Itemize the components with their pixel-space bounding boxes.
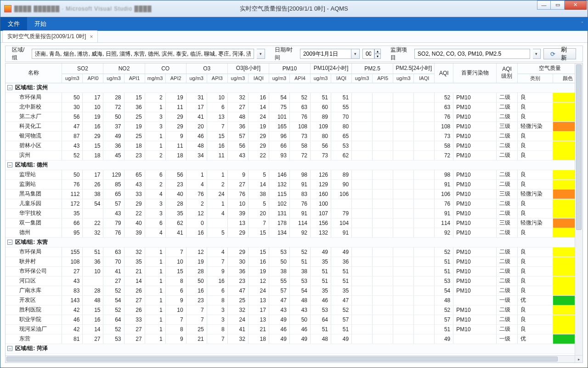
sub-api2[interactable]: API2	[165, 74, 186, 83]
date-input[interactable]	[300, 49, 351, 59]
scroll-thumb[interactable]	[576, 64, 582, 230]
scroll-right-button[interactable]: ▸	[575, 356, 582, 362]
col-pm2524[interactable]: PM2.5[24小时]	[393, 63, 435, 74]
region-dropdown-button[interactable]: ▾	[257, 49, 265, 59]
ribbon-collapse-icon[interactable]: ˇ	[582, 22, 583, 27]
col-co[interactable]: CO	[145, 63, 186, 74]
table-row[interactable]: 碧林小区43153618111481656296658565358PM10二级良	[6, 141, 582, 150]
col-o38[interactable]: O3[8小时]	[227, 63, 269, 74]
grid-scroll-area[interactable]: 名称 SO2 NO2 CO O3 O3[8小时] PM10 PM10[24小时]…	[6, 63, 582, 355]
sub-ugm3[interactable]: ug/m3	[103, 74, 124, 83]
group-row[interactable]: –区域/组: 德州	[6, 160, 582, 170]
expand-icon[interactable]: –	[7, 85, 12, 90]
sub-api1[interactable]: API1	[124, 74, 145, 83]
cell-value: 17	[186, 102, 207, 112]
col-o3[interactable]: O3	[186, 63, 227, 74]
group-row[interactable]: –区域/组: 菏泽	[6, 344, 582, 353]
group-row[interactable]: –区域/组: 滨州	[6, 83, 582, 92]
sub-api3[interactable]: API3	[207, 74, 227, 83]
sub-api5[interactable]: API5	[373, 74, 393, 83]
sub-ugm3[interactable]: ug/m3	[352, 74, 373, 83]
vertical-scrollbar[interactable]	[575, 63, 582, 355]
table-row[interactable]: 银河物流8729492519461557299673806573PM10二级良	[6, 131, 582, 141]
maximize-button[interactable]: ▭	[551, 0, 565, 10]
table-row[interactable]: 广南水库832852261616647245754353554PM10二级良	[6, 286, 582, 295]
start-tab[interactable]: 开始	[27, 17, 54, 31]
sub-api0[interactable]: API0	[83, 74, 103, 83]
document-tab[interactable]: 实时空气质量报告[2009/1/1 0时] ×	[2, 30, 98, 42]
table-row[interactable]: 胜利医院421552261107332174343535252PM10二级良	[6, 305, 582, 315]
sub-ugm3[interactable]: ug/m3	[269, 74, 289, 83]
sub-ugm3[interactable]: ug/m3	[311, 74, 331, 83]
col-pm1024[interactable]: PM10[24小时]	[311, 63, 352, 74]
expand-icon[interactable]: –	[7, 162, 12, 167]
group-row[interactable]: –区域/组: 东营	[6, 237, 582, 247]
table-row[interactable]: 市环保局50172815219311032165452515152PM10二级良	[6, 92, 582, 102]
cell-value: 1	[145, 102, 165, 112]
tab-close-icon[interactable]: ×	[90, 34, 93, 40]
sub-iaqi[interactable]: IAQI	[331, 74, 352, 83]
table-row[interactable]: 第二水厂561950253294113482410176897076PM10二级…	[6, 112, 582, 121]
table-row[interactable]: 耿井村10836703511019730165051353651PM10二级良	[6, 257, 582, 266]
cell-value: 57	[331, 315, 352, 324]
col-name[interactable]: 名称	[6, 63, 62, 83]
table-row[interactable]: 儿童乐园172545729328211051027610076PM10二级良	[6, 199, 582, 208]
table-row[interactable]: 河口区43271418501623125553515153PM10二级良	[6, 276, 582, 286]
close-button[interactable]: ✕	[565, 0, 587, 10]
cell-value: 172	[62, 199, 83, 208]
sub-mgm3[interactable]: mg/m3	[145, 74, 165, 83]
table-row[interactable]: 科灵化工47163719329207361916510810980108PM10…	[6, 121, 582, 131]
col-pm10[interactable]: PM10	[269, 63, 310, 74]
table-row[interactable]: 东营812753271921732184949484949一级优	[6, 334, 582, 344]
expand-icon[interactable]: –	[7, 240, 12, 245]
file-menu[interactable]: 文件	[0, 17, 27, 31]
sub-iaqi[interactable]: IAQI	[248, 74, 269, 83]
hour-input[interactable]	[362, 49, 374, 59]
table-row[interactable]: 市环保局1555163321712429155352494952PM10二级良	[6, 247, 582, 257]
sub-ugm3[interactable]: ug/m3	[62, 74, 83, 83]
date-dropdown-button[interactable]: ▾	[351, 49, 360, 59]
sub-ugm3[interactable]: ug/m3	[227, 74, 248, 83]
table-row[interactable]: 市环保公司2710412111528936193838515151PM10二级良	[6, 266, 582, 276]
horizontal-scrollbar[interactable]: ▸	[6, 355, 582, 362]
table-row[interactable]: 黑马集团1123865334407624763811583160106106PM…	[6, 189, 582, 199]
items-dropdown-button[interactable]: ▾	[533, 49, 541, 59]
hour-down-button[interactable]: ▼	[374, 54, 381, 59]
col-so2[interactable]: SO2	[62, 63, 103, 74]
sub-iaqi[interactable]: IAQI	[414, 74, 435, 83]
col-quality[interactable]: 空气质量	[517, 63, 582, 74]
table-row[interactable]: 北中新校3010723611117627147563605563PM10二级良	[6, 102, 582, 112]
col-no2[interactable]: NO2	[103, 63, 145, 74]
minimize-button[interactable]: —	[537, 0, 551, 10]
region-input[interactable]	[32, 49, 254, 59]
hour-up-button[interactable]: ▲	[374, 49, 381, 54]
table-row[interactable]: 监理站5017129656561195146981268998PM10二级良	[6, 170, 582, 179]
expand-icon[interactable]: –	[7, 346, 12, 351]
sub-ugm3[interactable]: ug/m3	[393, 74, 414, 83]
col-level[interactable]: AQI 级别	[497, 63, 517, 83]
table-row[interactable]: 现河采油厂421452271825841214646515151PM10二级良	[6, 324, 582, 334]
table-row[interactable]: 德州953276394411652915134921329192PM10二级良	[6, 228, 582, 237]
sub-api4[interactable]: API4	[289, 74, 310, 83]
cell-value: 27	[124, 295, 145, 305]
sub-ugm3[interactable]: ug/m3	[186, 74, 207, 83]
table-row[interactable]: 华宇技校3543223351243920131911077991PM10二级良	[6, 208, 582, 218]
cell-value: 52	[331, 305, 352, 315]
refresh-button[interactable]: ⟳ 刷新	[543, 48, 576, 59]
cell-value: 70	[103, 257, 124, 266]
col-pm25[interactable]: PM2.5	[352, 63, 393, 74]
table-row[interactable]: 开发区1434854271923825134748464748一级优	[6, 295, 582, 305]
col-aqi[interactable]: AQI	[435, 63, 453, 83]
table-row[interactable]: 职业学院46166433177324134950645757PM10二级良	[6, 315, 582, 324]
items-input[interactable]	[414, 49, 530, 59]
cell-value: 26	[124, 286, 145, 295]
cell-value: 16	[207, 141, 227, 150]
table-row[interactable]: 监测站76268543223422714132911299091PM10二级良	[6, 179, 582, 189]
scroll-thumb[interactable]	[6, 356, 558, 362]
col-primary[interactable]: 首要污染物	[453, 63, 497, 83]
sub-category[interactable]: 类别	[517, 74, 553, 83]
table-row[interactable]: 滨州52184523218341143229372736272PM10二级良	[6, 150, 582, 160]
table-row[interactable]: 双一集团662279406620137178114156104114PM10三级…	[6, 218, 582, 228]
titlebar[interactable]: ████ ██████ · Microsoft Visual Studio ██…	[0, 0, 588, 17]
cell-value: 66	[62, 218, 83, 228]
